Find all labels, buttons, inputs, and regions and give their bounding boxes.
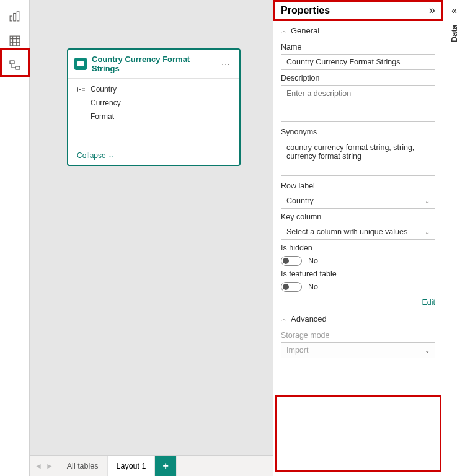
svg-rect-12 bbox=[78, 87, 86, 92]
field-name: Currency bbox=[91, 99, 121, 107]
svg-rect-11 bbox=[78, 61, 84, 63]
layout-tabs-bar: ◄ ► All tables Layout 1 + bbox=[30, 455, 273, 476]
name-label: Name bbox=[281, 43, 435, 51]
featured-label: Is featured table bbox=[281, 270, 435, 278]
table-card-header[interactable]: Country Currency Format Strings ··· bbox=[68, 50, 239, 79]
bar-chart-icon bbox=[9, 11, 20, 22]
chevron-up-icon: ︿ bbox=[281, 315, 287, 324]
tab-layout-1[interactable]: Layout 1 bbox=[108, 456, 156, 476]
svg-rect-1 bbox=[13, 14, 15, 21]
key-column-value: Select a column with unique values bbox=[286, 227, 407, 236]
synonyms-input[interactable]: country currency format string, string, … bbox=[281, 139, 435, 176]
storage-mode-select: Import ⌄ bbox=[281, 342, 435, 358]
chevron-down-icon: ⌄ bbox=[425, 229, 430, 236]
storage-mode-label: Storage mode bbox=[281, 331, 435, 340]
is-hidden-toggle[interactable] bbox=[281, 256, 302, 266]
properties-pane: Properties » ︿ General Name Description … bbox=[273, 0, 443, 476]
table-card[interactable]: Country Currency Format Strings ··· Coun… bbox=[67, 48, 241, 166]
row-label-select[interactable]: Country ⌄ bbox=[281, 193, 435, 209]
section-title-general: General bbox=[291, 26, 319, 35]
key-column-select[interactable]: Select a column with unique values ⌄ bbox=[281, 224, 435, 240]
description-input[interactable] bbox=[281, 85, 435, 122]
is-hidden-label: Is hidden bbox=[281, 244, 435, 252]
svg-rect-3 bbox=[10, 36, 20, 46]
table-field[interactable]: Format bbox=[68, 110, 239, 123]
synonyms-label: Synonyms bbox=[281, 128, 435, 136]
is-hidden-value: No bbox=[308, 257, 318, 265]
properties-header-highlight bbox=[273, 0, 443, 21]
row-label-value: Country bbox=[286, 196, 314, 205]
name-input[interactable] bbox=[281, 54, 435, 70]
advanced-section-highlight bbox=[275, 395, 441, 472]
featured-value: No bbox=[308, 283, 318, 291]
table-entity-icon bbox=[74, 58, 87, 70]
tab-prev-icon[interactable]: ◄ bbox=[35, 462, 42, 470]
table-card-menu[interactable]: ··· bbox=[219, 59, 233, 69]
general-section-header[interactable]: ︿ General bbox=[281, 22, 435, 39]
table-field[interactable]: Currency bbox=[68, 96, 239, 110]
edit-link[interactable]: Edit bbox=[281, 298, 435, 307]
chevron-down-icon: ⌄ bbox=[425, 347, 430, 354]
advanced-section-header[interactable]: ︿ Advanced bbox=[281, 311, 435, 327]
table-card-title: Country Currency Format Strings bbox=[92, 55, 219, 73]
chevron-down-icon: ⌄ bbox=[425, 198, 430, 205]
tab-nav-arrows: ◄ ► bbox=[30, 456, 58, 476]
tab-all-tables[interactable]: All tables bbox=[58, 456, 108, 476]
description-label: Description bbox=[281, 74, 435, 82]
collapse-label: Collapse bbox=[77, 151, 106, 160]
report-view-button[interactable] bbox=[4, 5, 26, 27]
chevron-up-icon: ︿ bbox=[108, 151, 115, 160]
key-column-label: Key column bbox=[281, 213, 435, 221]
section-title-advanced: Advanced bbox=[291, 314, 327, 324]
tab-add-layout[interactable]: + bbox=[155, 456, 176, 476]
table-icon bbox=[9, 35, 20, 46]
featured-toggle[interactable] bbox=[281, 282, 302, 292]
table-field[interactable]: Country bbox=[68, 82, 239, 96]
svg-rect-2 bbox=[17, 11, 19, 21]
svg-point-13 bbox=[79, 89, 81, 90]
field-name: Format bbox=[91, 112, 114, 121]
data-pane-collapsed: « Data bbox=[443, 0, 465, 476]
key-field-icon bbox=[77, 85, 87, 94]
model-canvas[interactable]: Country Currency Format Strings ··· Coun… bbox=[30, 0, 273, 455]
table-collapse-button[interactable]: Collapse ︿ bbox=[68, 146, 239, 165]
row-label-label: Row label bbox=[281, 182, 435, 190]
tab-next-icon[interactable]: ► bbox=[46, 462, 53, 470]
expand-data-pane-button[interactable]: « bbox=[451, 5, 457, 16]
model-view-highlight bbox=[0, 48, 30, 77]
chevron-up-icon: ︿ bbox=[281, 27, 287, 35]
svg-rect-0 bbox=[10, 16, 12, 21]
table-fields-list: Country Currency Format bbox=[68, 79, 239, 146]
data-pane-label: Data bbox=[450, 25, 459, 42]
storage-mode-value: Import bbox=[286, 346, 308, 355]
field-name: Country bbox=[91, 85, 117, 94]
